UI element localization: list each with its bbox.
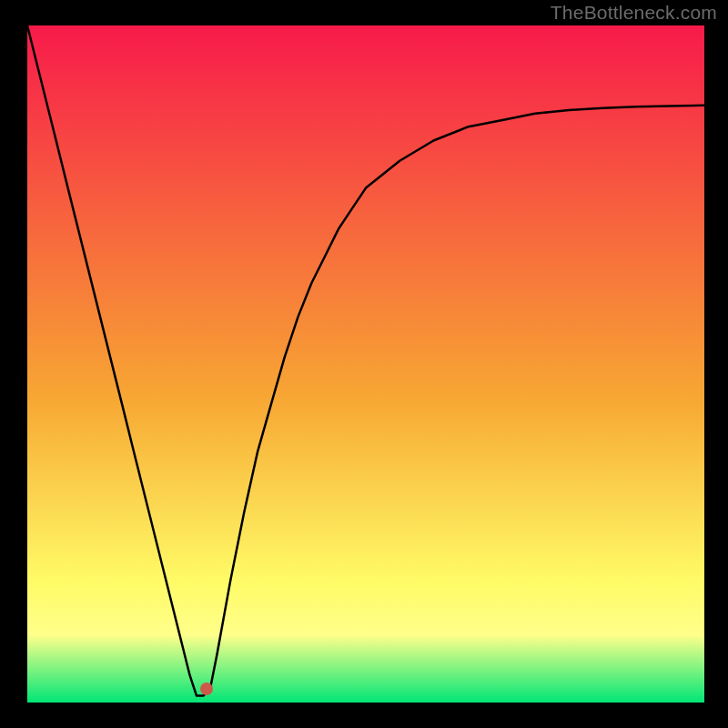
chart-frame: TheBottleneck.com xyxy=(0,0,728,728)
optimum-marker xyxy=(200,682,213,695)
plot-area xyxy=(27,25,704,703)
watermark-text: TheBottleneck.com xyxy=(551,2,717,24)
